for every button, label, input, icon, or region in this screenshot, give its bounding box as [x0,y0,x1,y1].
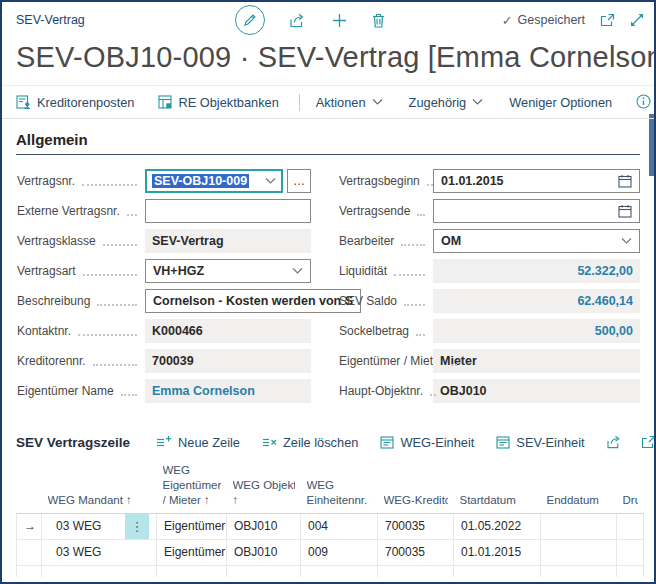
menu-label: Zugehörig [409,95,467,110]
table-header-row: WEG Mandant ↑ WEGEigentümer/ Mieter ↑ WE… [17,461,644,513]
cell-objektnr[interactable]: OBJ010 [227,539,301,565]
field-kontaktnr: Kontaktnr. K000466 [17,319,311,343]
dotted-leader [78,334,137,336]
part-toolbar: SEV Vertragszeile Neue Zeile Zeile lösch… [2,427,654,457]
field-label: Vertragsklasse [17,234,145,248]
card-icon [496,436,510,449]
sev-einheit-button[interactable]: SEV-Einheit [496,435,584,450]
share-button[interactable] [290,13,307,28]
menu-aktionen[interactable]: Aktionen [316,95,383,110]
resize-diagonal-icon [630,13,644,27]
action-kreditorenposten[interactable]: Kreditorenposten [16,95,134,110]
page-title: SEV-OBJ10-009 · SEV-Vertrag [Emma Cornel… [2,38,654,86]
cell-einheitennr[interactable]: 009 [301,539,378,565]
cell-enddatum[interactable] [541,513,617,539]
col-weg-kreditor[interactable]: WEG-Kreditor [378,461,454,513]
field-liquiditaet: Liquidität 52.322,00 [339,259,640,283]
dotted-leader [404,304,425,306]
section-title-allgemein[interactable]: Allgemein [16,131,640,155]
field-vertragsklasse: Vertragsklasse SEV-Vertrag [17,229,311,253]
cell-weg-mandant[interactable]: 03 WEG ⋮ [42,513,157,539]
vertragsart-dropdown[interactable]: VH+HGZ [145,259,311,283]
cell-enddatum[interactable] [541,539,617,565]
calendar-icon[interactable] [618,174,632,188]
cell-druck[interactable] [617,539,644,565]
chevron-down-icon[interactable] [265,178,276,184]
menu-zugehoerig[interactable]: Zugehörig [409,95,484,110]
row-selector[interactable] [17,539,42,565]
col-weg-einheitennr[interactable]: WEGEinheitennr. ↑ [301,461,378,513]
dotted-leader [427,184,433,186]
part-popout-button[interactable] [641,435,656,449]
cell-startdatum[interactable]: 01.01.2015 [454,539,541,565]
vertragsnr-combobox[interactable]: SEV-OBJ10-009 [145,169,283,193]
row-selector[interactable]: → [17,513,42,539]
vertical-scrollbar-thumb[interactable] [649,114,654,176]
cell-druck[interactable] [617,513,644,539]
edit-button[interactable] [235,5,265,35]
part-toolbar-right [607,435,656,449]
row-menu-button[interactable]: ⋮ [125,514,149,539]
assist-edit-button[interactable]: … [287,169,311,193]
chevron-down-icon[interactable] [621,238,632,244]
field-sockelbetrag: Sockelbetrag 500,00 [339,319,640,343]
action-label: Kreditorenposten [37,95,134,110]
cell-kreditor[interactable]: 700035 [378,513,454,539]
field-label: Kontaktnr. [17,324,145,338]
cell-eigentuemer-mieter[interactable]: Eigentümer [157,539,227,565]
less-options-button[interactable]: Weniger Optionen [509,95,612,110]
field-label: Liquidität [339,264,433,278]
new-button[interactable] [332,13,347,28]
eigentuemer-name-link[interactable]: Emma Cornelson [145,379,311,403]
record-actions [235,5,385,35]
plus-icon [332,13,347,28]
col-druck[interactable]: Druck [617,461,644,513]
open-new-window-icon [600,13,615,27]
popout-button[interactable] [600,13,615,27]
sev-vertragszeile-part: SEV Vertragszeile Neue Zeile Zeile lösch… [2,427,654,577]
col-weg-mandant[interactable]: WEG Mandant ↑ [42,461,157,513]
cell-kreditor[interactable]: 700035 [378,539,454,565]
bearbeiter-dropdown[interactable]: OM [433,229,640,253]
externe-vertragsnr-input[interactable] [145,199,311,223]
beschreibung-input[interactable]: Cornelson - Kosten werden von S [145,289,361,313]
action-separator [299,94,300,111]
button-label: WEG-Einheit [400,435,474,450]
kontaktnr-value: K000466 [145,319,311,343]
weg-einheit-button[interactable]: WEG-Einheit [380,435,474,450]
calendar-icon[interactable] [618,204,632,218]
vertragsende-date-input[interactable] [433,199,640,223]
delete-button[interactable] [372,13,385,28]
chevron-down-icon[interactable] [292,268,303,274]
saved-label: Gespeichert [518,13,585,27]
trash-icon [372,13,385,28]
vertragsbeginn-date-input[interactable]: 01.01.2015 [433,169,640,193]
part-share-button[interactable] [607,435,623,449]
table-row[interactable]: → 03 WEG ⋮ Eigentümer OBJ010 004 700035 … [17,513,644,539]
dotted-leader [97,304,137,306]
cell-startdatum[interactable]: 01.05.2022 [454,513,541,539]
info-icon [636,94,651,109]
dotted-leader [417,214,425,216]
button-label: SEV-Einheit [516,435,584,450]
new-line-button[interactable]: Neue Zeile [156,435,240,450]
delete-line-button[interactable]: Zeile löschen [262,435,358,450]
cell-einheitennr[interactable]: 004 [301,513,378,539]
cell-weg-mandant[interactable]: 03 WEG [42,539,157,565]
sev-saldo-value: 62.460,14 [433,289,640,313]
col-weg-objektnr[interactable]: WEG Objektnr.↑ [227,461,301,513]
page-caption: SEV-Vertrag [16,13,85,27]
resize-button[interactable] [630,13,644,27]
cell-eigentuemer-mieter[interactable]: Eigentümer [157,513,227,539]
table-row[interactable]: 03 WEG Eigentümer OBJ010 009 700035 01.0… [17,539,644,565]
field-bearbeiter: Bearbeiter OM [339,229,640,253]
field-label: Beschreibung [17,294,145,308]
top-bar: SEV-Vertrag [2,2,654,38]
field-eigentuemer-mieter: Eigentümer / Mieter Mieter [339,349,640,373]
col-startdatum[interactable]: Startdatum [454,461,541,513]
cell-objektnr[interactable]: OBJ010 [227,513,301,539]
action-re-objektbanken[interactable]: RE Objektbanken [158,95,278,110]
col-weg-eigentuemer-mieter[interactable]: WEGEigentümer/ Mieter ↑ [157,461,227,513]
info-button[interactable] [636,94,651,109]
col-enddatum[interactable]: Enddatum [541,461,617,513]
